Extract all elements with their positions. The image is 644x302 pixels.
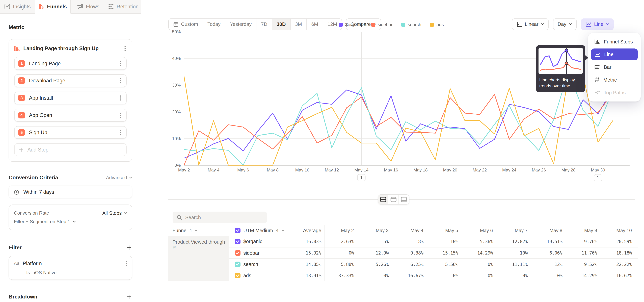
row-date-value: 19.51% <box>533 236 568 247</box>
table-header-row: Funnel 1 UTM Medium 4 Average May 2May 3… <box>168 225 638 236</box>
bottom-panel-button[interactable] <box>399 194 409 204</box>
funnel-metric-icon <box>14 46 20 51</box>
step-label: App Open <box>29 112 115 118</box>
breakdown-column-header[interactable]: UTM Medium 4 <box>229 225 299 236</box>
row-date-value: 9.52% <box>568 258 603 270</box>
add-breakdown-button[interactable] <box>126 294 132 300</box>
filter-value[interactable]: iOS Native <box>34 270 57 275</box>
chart-type-option-line[interactable]: Line <box>591 48 638 60</box>
search-icon <box>176 215 182 220</box>
table-body: Product Viewed through P... $organic16.0… <box>168 236 638 281</box>
funnels-icon <box>39 4 44 10</box>
breakdown-heading: Breakdown <box>8 294 38 300</box>
breakdown-table: Funnel 1 UTM Medium 4 Average May 2May 3… <box>168 225 638 281</box>
tab-insights[interactable]: Insights <box>0 0 36 14</box>
date-column-header[interactable]: May 3 <box>360 225 394 236</box>
row-checkbox[interactable] <box>235 262 240 267</box>
row-date-value: 11.76% <box>568 247 603 258</box>
date-column-header[interactable]: May 4 <box>394 225 429 236</box>
chart-type-menu: Funnel StepsLineBarMetricTop Paths <box>588 33 641 102</box>
top-panel-icon <box>390 197 397 202</box>
conversion-window-button[interactable]: Within 7 days <box>8 186 132 198</box>
table-group-label: Product Viewed through P... <box>168 236 229 281</box>
row-date-value: 2.63% <box>325 236 360 247</box>
filter-segment-dropdown[interactable]: Filter + Segment on Step 1 <box>14 218 127 226</box>
chart-type-option-top-paths: Top Paths <box>591 87 638 99</box>
date-column-header[interactable]: May 9 <box>568 225 603 236</box>
breakdown-count: 4 <box>276 228 278 234</box>
row-date-value: 0% <box>533 270 568 281</box>
row-date-value: 5.36% <box>464 236 498 247</box>
add-filter-button[interactable] <box>126 244 132 251</box>
row-checkbox[interactable] <box>235 250 240 256</box>
date-column-header[interactable]: May 7 <box>498 225 533 236</box>
advanced-label: Advanced <box>106 175 127 180</box>
table-search[interactable] <box>172 212 267 223</box>
chart-type-option-label: Line <box>604 52 614 57</box>
chart-type-option-label: Metric <box>604 77 617 83</box>
average-column-header[interactable]: Average <box>299 225 325 236</box>
filter-operator[interactable]: Is <box>26 270 30 275</box>
date-column-header[interactable]: May 6 <box>464 225 498 236</box>
all-steps-dropdown[interactable]: All Steps <box>102 210 127 216</box>
chart-type-option-bar[interactable]: Bar <box>591 61 638 73</box>
step-kebab-menu-icon[interactable] <box>119 112 122 119</box>
row-date-value: 0% <box>498 270 533 281</box>
step-number-badge: 5 <box>18 129 25 136</box>
chart-type-option-funnel-steps[interactable]: Funnel Steps <box>591 36 638 48</box>
funnel-step-4[interactable]: 4App Open <box>14 109 126 122</box>
step-kebab-menu-icon[interactable] <box>119 94 122 102</box>
add-step-button[interactable]: Add Step <box>14 143 126 156</box>
row-date-value: 5% <box>360 236 394 247</box>
funnel-step-2[interactable]: 2Download Page <box>14 74 126 87</box>
row-average-value: 14.85% <box>299 258 325 270</box>
row-date-value: 12% <box>533 258 568 270</box>
select-all-checkbox[interactable] <box>235 228 240 233</box>
search-input[interactable] <box>185 214 263 220</box>
table-row-organic[interactable]: $organic <box>229 236 299 247</box>
step-kebab-menu-icon[interactable] <box>119 60 122 67</box>
funnel-step-5[interactable]: 5Sign Up <box>14 126 126 139</box>
row-date-value: 8% <box>394 236 429 247</box>
funnel-kebab-menu-icon[interactable] <box>124 45 127 52</box>
row-checkbox[interactable] <box>235 273 240 278</box>
filter-kebab-menu-icon[interactable] <box>124 260 128 267</box>
chart-type-option-metric[interactable]: Metric <box>591 74 638 86</box>
table-row-sidebar[interactable]: sidebar <box>229 247 299 258</box>
average-column-label: Average <box>303 228 321 234</box>
date-column-header[interactable]: May 10 <box>603 225 638 236</box>
tab-flows[interactable]: Flows <box>70 0 106 14</box>
tab-funnels[interactable]: Funnels <box>36 0 71 14</box>
date-column-header[interactable]: May 8 <box>533 225 568 236</box>
advanced-dropdown[interactable]: Advanced <box>106 175 132 180</box>
date-column-header[interactable]: May 5 <box>429 225 464 236</box>
series-line-organic[interactable] <box>184 89 613 158</box>
step-kebab-menu-icon[interactable] <box>119 77 122 84</box>
chevron-down-icon <box>194 230 198 232</box>
funnel-step-3[interactable]: 3App Install <box>14 92 126 104</box>
chevron-down-icon <box>124 212 127 214</box>
chart-type-option-label: Top Paths <box>604 90 626 96</box>
filter-heading: Filter <box>8 244 22 251</box>
row-date-value: 33.33% <box>325 270 360 281</box>
string-type-icon: Aa <box>14 261 20 266</box>
date-column-header[interactable]: May 2 <box>325 225 360 236</box>
split-view-button[interactable] <box>378 194 388 204</box>
filter-platform-card[interactable]: Aa Platform Is iOS Native <box>8 256 132 280</box>
filter-segment-label: Filter + Segment on Step 1 <box>14 219 70 224</box>
step-label: Download Page <box>29 78 115 84</box>
tab-retention[interactable]: Retention <box>106 0 142 14</box>
table-row-ads[interactable]: ads <box>229 270 299 281</box>
funnel-step-1[interactable]: 1Landing Page <box>14 57 126 70</box>
row-date-value: 0% <box>464 270 498 281</box>
top-panel-button[interactable] <box>388 194 399 204</box>
row-average-value: 13.91% <box>299 270 325 281</box>
step-kebab-menu-icon[interactable] <box>119 129 122 136</box>
funnel-column-header[interactable]: Funnel 1 <box>168 225 229 236</box>
step-number-badge: 4 <box>18 112 25 118</box>
clock-icon <box>14 189 20 195</box>
row-checkbox[interactable] <box>235 239 240 244</box>
funnel-metric-card: Landing Page through Sign Up 1Landing Pa… <box>8 39 132 162</box>
view-layout-toggle <box>378 194 410 204</box>
table-row-search[interactable]: search <box>229 258 299 270</box>
